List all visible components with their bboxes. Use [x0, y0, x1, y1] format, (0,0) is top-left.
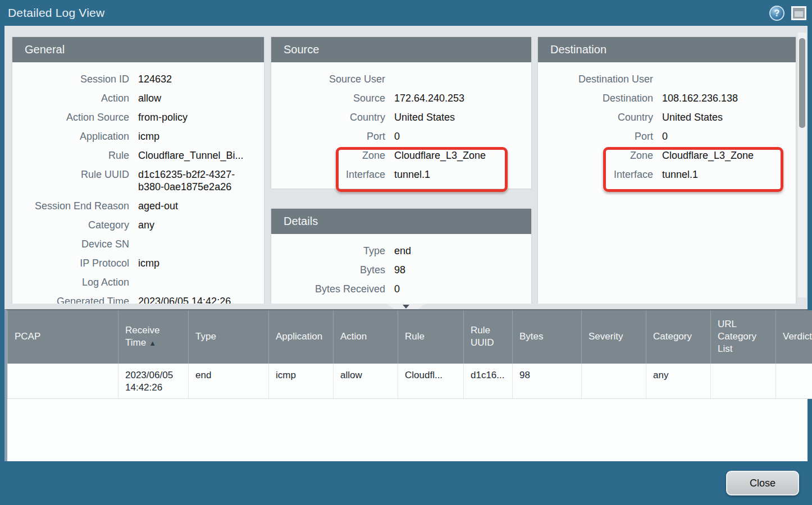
scrollbar-thumb[interactable] [799, 38, 805, 128]
detailed-log-view-dialog: Detailed Log View ? General Session ID 1… [0, 0, 812, 505]
field-row: Interface tunnel.1 [544, 165, 790, 184]
column-header-label: Category [653, 331, 692, 342]
column-header[interactable]: Rule [398, 310, 464, 364]
field-value: 124632 [138, 73, 172, 85]
field-label: Zone [544, 149, 653, 162]
field-row: Zone Cloudflare_L3_Zone [544, 146, 790, 165]
field-value: aged-out [138, 200, 178, 212]
column-header-label: Type [195, 331, 216, 342]
column-header[interactable]: Application [269, 310, 334, 364]
source-panel-title: Source [271, 37, 531, 62]
field-label: Rule [18, 149, 129, 162]
field-row: Source 172.64.240.253 [277, 89, 526, 108]
field-value: 108.162.236.138 [662, 92, 738, 104]
field-row: Source User [277, 70, 526, 89]
details-panel-title: Details [271, 209, 531, 234]
window-icon-inner [795, 11, 803, 17]
column-header[interactable]: Rule UUID [464, 310, 513, 364]
field-value: tunnel.1 [394, 168, 430, 181]
general-panel-title: General [12, 37, 264, 62]
field-label: Country [544, 111, 653, 123]
column-header[interactable]: Type [189, 310, 269, 364]
vertical-scrollbar[interactable] [798, 33, 806, 297]
general-panel: General Session ID 124632 Action allow A… [12, 37, 264, 304]
column-header[interactable]: Action [334, 310, 398, 364]
field-row: Port 0 [544, 127, 790, 146]
field-row: Rule UUID d1c16235-b2f2-4327-b380-0ae187… [18, 165, 258, 196]
details-panel: Details Type end Bytes 98 Bytes Received [271, 209, 531, 304]
field-value: 0 [394, 130, 400, 143]
column-header-label: PCAP [15, 331, 40, 342]
column-header[interactable]: Category [646, 310, 711, 364]
field-row: Action Source from-policy [18, 108, 258, 127]
destination-panel: Destination Destination User Destination… [538, 37, 796, 304]
field-value: from-policy [138, 111, 188, 123]
field-row: Destination User [544, 70, 790, 89]
field-value: Cloudflare_L3_Zone [394, 149, 486, 162]
field-label: Port [544, 130, 653, 143]
field-label: Zone [277, 149, 385, 162]
field-row: Generated Time 2023/06/05 14:42:26 [18, 292, 258, 304]
field-label: Action Source [18, 111, 129, 123]
field-label: Port [277, 130, 385, 143]
field-label: Source [277, 92, 385, 104]
field-label: Rule UUID [18, 168, 129, 193]
log-detail-top-section: General Session ID 124632 Action allow A… [4, 26, 808, 304]
details-panel-body: Type end Bytes 98 Bytes Received 0 [271, 234, 531, 303]
field-row: Category any [18, 215, 258, 235]
field-value: tunnel.1 [662, 168, 698, 181]
field-label: Destination [544, 92, 653, 104]
field-value: allow [138, 92, 161, 104]
column-header[interactable]: URL Category List [711, 310, 776, 364]
title-bar: Detailed Log View ? [0, 0, 812, 26]
log-table-cell: Cloudfl... [398, 364, 464, 399]
field-label: Action [18, 92, 129, 104]
field-label: Generated Time [18, 295, 129, 304]
field-label: Log Action [18, 276, 129, 288]
titlebar-icons: ? [769, 6, 806, 21]
source-panel: Source Source User Source 172.64.240.253… [271, 37, 531, 189]
field-label: Interface [544, 168, 653, 181]
field-row: Device SN [18, 235, 258, 254]
window-icon[interactable] [791, 6, 806, 20]
field-label: Device SN [18, 238, 129, 250]
field-row: Bytes Received 0 [277, 279, 526, 299]
field-label: Interface [277, 168, 385, 181]
log-table-header-row: PCAP Receive Time▲ Type Application Acti… [8, 310, 812, 364]
help-icon[interactable]: ? [769, 6, 784, 21]
field-value: United States [662, 111, 723, 123]
field-value: 98 [394, 264, 405, 276]
column-header[interactable]: Severity [582, 310, 646, 364]
field-value: Cloudflare_Tunnel_Bi... [138, 149, 243, 162]
column-header[interactable]: Verdict [776, 310, 812, 364]
log-table-cell [8, 364, 118, 399]
field-value: 0 [662, 130, 668, 143]
field-value: 172.64.240.253 [394, 92, 464, 104]
column-header[interactable]: Bytes [513, 310, 582, 364]
field-value: 0 [394, 283, 400, 295]
field-label: Session End Reason [18, 200, 129, 212]
log-table-row[interactable]: 2023/06/05 14:42:26 end icmp allow Cloud… [8, 364, 812, 399]
column-header-label: Verdict [783, 331, 812, 342]
field-label: Type [277, 245, 385, 257]
field-label: IP Protocol [18, 257, 129, 269]
log-table-cell [711, 364, 776, 399]
field-label: Category [18, 219, 129, 231]
close-button[interactable]: Close [726, 471, 799, 495]
field-row: Zone Cloudflare_L3_Zone [277, 146, 526, 165]
column-header-label: Rule [405, 331, 425, 342]
log-table-cell: 2023/06/05 14:42:26 [118, 364, 189, 399]
log-table-cell: any [646, 364, 711, 399]
field-value: icmp [138, 130, 159, 143]
field-row: Type end [277, 241, 526, 260]
field-value: d1c16235-b2f2-4327-b380-0ae1875e2a26 [138, 168, 257, 193]
field-row: IP Protocol icmp [18, 254, 258, 273]
field-label: Source User [277, 73, 385, 85]
log-table-cell [776, 364, 812, 399]
column-header[interactable]: PCAP [8, 310, 118, 364]
column-header[interactable]: Receive Time▲ [118, 310, 189, 364]
column-header-label: Application [276, 331, 322, 342]
log-table: PCAP Receive Time▲ Type Application Acti… [7, 310, 812, 399]
field-label: Session ID [18, 73, 129, 85]
field-value: United States [394, 111, 455, 123]
